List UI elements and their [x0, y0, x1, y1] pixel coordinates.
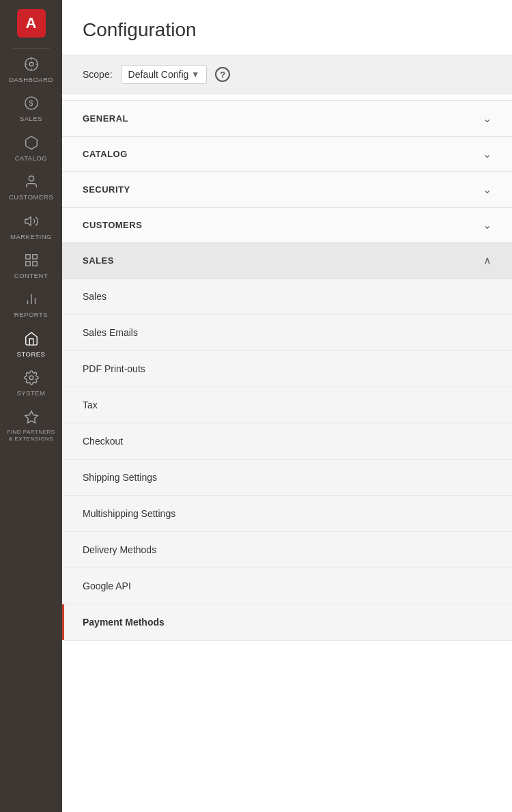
sales-items-list: Sales Sales Emails PDF Print-outs Tax Ch… [62, 279, 512, 641]
sales-item-multishipping[interactable]: Multishipping Settings [62, 496, 512, 532]
extensions-icon [24, 410, 39, 427]
marketing-icon [24, 214, 39, 231]
svg-point-8 [29, 176, 33, 181]
svg-marker-9 [25, 216, 30, 225]
section-catalog-header[interactable]: CATALOG ⌄ [62, 136, 512, 172]
sidebar-item-catalog-label: CATALOG [15, 154, 48, 162]
scope-bar: Scope: Default Config ▼ ? [62, 55, 512, 94]
main-content: Configuration Scope: Default Config ▼ ? … [62, 0, 512, 812]
dashboard-icon [24, 57, 39, 74]
scope-select[interactable]: Default Config ▼ [121, 65, 208, 84]
sidebar-item-marketing[interactable]: MARKETING [0, 207, 62, 246]
sales-item-emails[interactable]: Sales Emails [62, 315, 512, 351]
page-title: Configuration [83, 19, 492, 41]
sidebar-item-content-label: CONTENT [14, 272, 48, 279]
section-general-title: GENERAL [83, 113, 128, 124]
sidebar-item-dashboard-label: DASHBOARD [9, 76, 53, 83]
sales-item-google-api[interactable]: Google API [62, 568, 512, 604]
sales-item-payment-methods[interactable]: Payment Methods [62, 604, 512, 640]
svg-point-17 [29, 376, 33, 380]
customers-icon [24, 174, 39, 191]
sidebar-item-stores-label: STORES [17, 350, 46, 358]
section-sales-chevron-icon: ∧ [483, 254, 492, 267]
sidebar-item-catalog[interactable]: CATALOG [0, 128, 62, 167]
sidebar-item-reports-label: REPORTS [14, 311, 48, 318]
sidebar-item-sales[interactable]: $ SALES [0, 89, 62, 128]
sidebar-item-sales-label: SALES [20, 115, 42, 122]
sales-item-checkout[interactable]: Checkout [62, 423, 512, 460]
svg-rect-12 [32, 262, 36, 266]
svg-rect-10 [25, 255, 29, 259]
sales-icon: $ [24, 96, 39, 113]
sales-item-pdf[interactable]: PDF Print-outs [62, 351, 512, 387]
sidebar-item-dashboard[interactable]: DASHBOARD [0, 50, 62, 89]
scope-help-icon[interactable]: ? [215, 67, 230, 82]
svg-rect-13 [25, 262, 29, 266]
sidebar-item-marketing-label: MARKETING [10, 233, 52, 240]
scope-chevron-icon: ▼ [191, 70, 199, 79]
svg-rect-11 [32, 255, 36, 259]
catalog-icon [24, 135, 39, 152]
sidebar-divider [12, 48, 50, 48]
logo-icon: A [17, 9, 46, 38]
section-catalog-chevron-icon: ⌄ [483, 148, 492, 160]
sidebar-item-customers-label: CUSTOMERS [9, 193, 53, 201]
section-customers-chevron-icon: ⌄ [483, 219, 492, 232]
section-security-header[interactable]: SECURITY ⌄ [62, 171, 512, 208]
sidebar-logo: A [0, 0, 62, 46]
section-customers-title: CUSTOMERS [83, 220, 142, 230]
reports-icon [24, 292, 39, 309]
sidebar-item-content[interactable]: CONTENT [0, 246, 62, 285]
sales-item-delivery[interactable]: Delivery Methods [62, 532, 512, 568]
sidebar-item-system[interactable]: SYSTEM [0, 363, 62, 402]
content-icon [24, 253, 39, 270]
section-security-title: SECURITY [83, 184, 130, 195]
sidebar-item-extensions-label: FIND PARTNERS& EXTENSIONS [7, 429, 55, 443]
system-icon [24, 370, 39, 387]
section-sales-header[interactable]: SALES ∧ [62, 242, 512, 279]
section-catalog-title: CATALOG [83, 149, 128, 159]
sidebar-item-reports[interactable]: REPORTS [0, 285, 62, 324]
sales-item-tax[interactable]: Tax [62, 387, 512, 423]
svg-marker-18 [25, 410, 37, 422]
page-header: Configuration [62, 0, 512, 55]
sidebar-item-extensions[interactable]: FIND PARTNERS& EXTENSIONS [0, 403, 62, 449]
section-general-chevron-icon: ⌄ [483, 112, 492, 125]
sales-item-shipping-settings[interactable]: Shipping Settings [62, 460, 512, 496]
scope-value: Default Config [128, 69, 189, 80]
section-security-chevron-icon: ⌄ [483, 183, 492, 196]
section-customers-header[interactable]: CUSTOMERS ⌄ [62, 207, 512, 243]
svg-point-1 [29, 62, 33, 66]
sidebar-item-system-label: SYSTEM [16, 389, 45, 397]
section-sales-title: SALES [83, 255, 114, 266]
stores-icon [24, 331, 39, 348]
sidebar-item-customers[interactable]: CUSTOMERS [0, 167, 62, 206]
sales-item-sales[interactable]: Sales [62, 279, 512, 315]
sidebar-item-stores[interactable]: STORES [0, 324, 62, 363]
sidebar: A DASHBOARD $ SALES CATALOG CUSTOMERS MA… [0, 0, 62, 812]
section-general-header[interactable]: GENERAL ⌄ [62, 100, 512, 137]
svg-text:$: $ [29, 99, 33, 107]
config-sections: GENERAL ⌄ CATALOG ⌄ SECURITY ⌄ CUSTOMERS… [62, 100, 512, 641]
scope-label: Scope: [83, 69, 113, 80]
